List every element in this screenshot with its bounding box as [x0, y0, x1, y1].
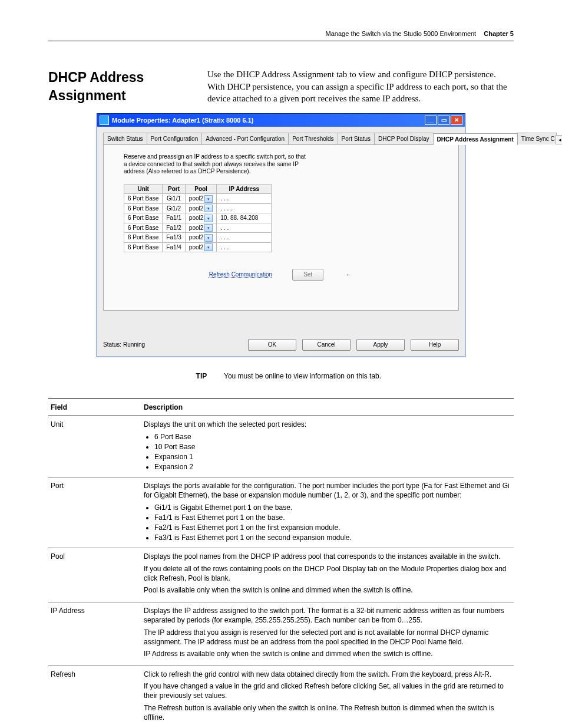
tab-adv-port-configuration[interactable]: Advanced - Port Configuration — [201, 133, 289, 145]
table-row: 6 Port BaseFa1/1pool2▾10. 88. 84.208 — [124, 213, 272, 223]
desc-p: Click to refresh the grid control with n… — [144, 670, 511, 679]
cell-desc: Displays the ports available for the con… — [141, 477, 514, 548]
breadcrumb: Manage the Switch via the Studio 5000 En… — [326, 30, 477, 37]
refresh-communication-link[interactable]: Refresh Communication — [209, 271, 272, 279]
cell-port: Fa1/1 — [163, 213, 186, 223]
pool-value: pool2 — [189, 205, 203, 213]
cell-pool[interactable]: pool2▾ — [185, 194, 216, 204]
cell-unit: 6 Port Base — [124, 223, 163, 233]
list-item: Gi1/1 is Gigabit Ethernet port 1 on the … — [154, 503, 511, 512]
chevron-down-icon[interactable]: ▾ — [204, 224, 213, 232]
table-row: Refresh Click to refresh the grid contro… — [48, 666, 514, 728]
chevron-down-icon[interactable]: ▾ — [204, 205, 213, 212]
list-item: 6 Port Base — [154, 432, 511, 442]
cell-field: Port — [48, 477, 141, 548]
cell-unit: 6 Port Base — [124, 203, 163, 213]
tab-port-thresholds[interactable]: Port Thresholds — [288, 133, 338, 145]
cell-ip[interactable]: . . . — [217, 223, 272, 233]
col-pool: Pool — [185, 184, 216, 194]
cell-port: Gi1/1 — [163, 194, 186, 204]
list-item: 10 Port Base — [154, 442, 511, 452]
cell-unit: 6 Port Base — [124, 213, 163, 223]
th-field: Field — [48, 399, 141, 416]
tab-port-configuration[interactable]: Port Configuration — [147, 133, 203, 145]
desc-p: The IP address that you assign is reserv… — [144, 628, 511, 647]
tip-label: TIP — [181, 371, 222, 381]
desc-p: Pool is available only when the switch i… — [144, 585, 511, 595]
cell-pool[interactable]: pool2▾ — [185, 242, 216, 252]
cell-pool[interactable]: pool2▾ — [185, 223, 216, 233]
cell-desc: Displays the pool names from the DHCP IP… — [141, 548, 514, 602]
cell-field: Unit — [48, 416, 141, 477]
tab-time-sync[interactable]: Time Sync C — [517, 133, 557, 145]
cell-desc: Displays the IP address assigned to the … — [141, 602, 514, 666]
table-row: Port Displays the ports available for th… — [48, 477, 514, 548]
tip-line: TIP You must be online to view informati… — [48, 371, 514, 381]
pool-value: pool2 — [189, 224, 203, 232]
tip-text: You must be online to view information o… — [224, 372, 381, 380]
cell-ip[interactable]: . . . — [217, 194, 272, 204]
desc-p: Displays the IP address assigned to the … — [144, 606, 511, 625]
table-row: 6 Port BaseGi1/1pool2▾. . . — [124, 194, 272, 204]
tab-port-status[interactable]: Port Status — [338, 133, 375, 145]
desc-p: IP Address is available only when the sw… — [144, 649, 511, 658]
table-row: 6 Port BaseFa1/4pool2▾. . . — [124, 242, 272, 252]
desc-p: If you delete all of the rows containing… — [144, 564, 511, 583]
back-arrow-icon[interactable]: ← — [343, 271, 353, 279]
cell-desc: Displays the unit on which the selected … — [141, 416, 514, 477]
table-row: 6 Port BaseFa1/2pool2▾. . . — [124, 223, 272, 233]
minimize-button[interactable]: __ — [425, 116, 437, 125]
set-button[interactable]: Set — [292, 269, 323, 281]
chevron-down-icon[interactable]: ▾ — [204, 243, 213, 251]
col-unit: Unit — [124, 184, 163, 194]
dialog-title: Module Properties: Adapter1 (Stratix 800… — [112, 116, 253, 125]
field-description-table: Field Description Unit Displays the unit… — [48, 398, 514, 728]
maximize-button[interactable]: ▭ — [438, 116, 449, 125]
pool-value: pool2 — [189, 195, 203, 203]
cell-ip[interactable]: . . . . — [217, 203, 272, 213]
list-item: Fa1/1 is Fast Ethernet port 1 on the bas… — [154, 513, 511, 522]
list-item: Fa2/1 is Fast Ethernet port 1 on the fir… — [154, 523, 511, 532]
help-button[interactable]: Help — [411, 339, 459, 351]
close-button[interactable]: ✕ — [451, 116, 462, 125]
tab-dhcp-pool-display[interactable]: DHCP Pool Display — [374, 133, 434, 145]
pool-value: pool2 — [189, 233, 203, 242]
chapter-label: Chapter 5 — [484, 30, 514, 37]
pool-value: pool2 — [189, 214, 203, 222]
cell-port: Gi1/2 — [163, 203, 186, 213]
tab-panel: Reserve and preassign an IP address to a… — [103, 145, 459, 311]
col-port: Port — [163, 184, 186, 194]
tab-dhcp-address-assignment[interactable]: DHCP Address Assignment — [433, 133, 518, 146]
status-text: Status: Running — [103, 341, 145, 349]
chevron-down-icon[interactable]: ▾ — [204, 234, 213, 242]
desc-p: The Refresh button is available only whe… — [144, 703, 511, 722]
cell-pool[interactable]: pool2▾ — [185, 233, 216, 243]
chevron-down-icon[interactable]: ▾ — [204, 215, 213, 222]
dhcp-grid[interactable]: Unit Port Pool IP Address 6 Port BaseGi1… — [124, 184, 272, 253]
tabs-scroll-left-icon[interactable]: ◂ — [556, 135, 562, 144]
cell-ip[interactable]: . . . — [217, 242, 272, 252]
tab-switch-status[interactable]: Switch Status — [103, 133, 147, 145]
list-item: Expansion 1 — [154, 452, 511, 462]
cancel-button[interactable]: Cancel — [302, 339, 351, 351]
cell-pool[interactable]: pool2▾ — [185, 203, 216, 213]
desc-p: Displays the pool names from the DHCP IP… — [144, 552, 511, 561]
table-row: 6 Port BaseFa1/3pool2▾. . . — [124, 233, 272, 243]
cell-unit: 6 Port Base — [124, 233, 163, 243]
cell-field: IP Address — [48, 602, 141, 666]
desc-lead: Displays the unit on which the selected … — [144, 420, 511, 429]
table-row: IP Address Displays the IP address assig… — [48, 602, 514, 666]
section-title: DHCP Address Assignment — [48, 68, 198, 105]
cell-pool[interactable]: pool2▾ — [185, 213, 216, 223]
app-icon — [100, 116, 109, 125]
chevron-down-icon[interactable]: ▾ — [204, 195, 213, 203]
desc-p: If you have changed a value in the grid … — [144, 681, 511, 700]
tab-strip: Switch Status Port Configuration Advance… — [103, 133, 459, 146]
cell-ip[interactable]: . . . — [217, 233, 272, 243]
cell-desc: Click to refresh the grid control with n… — [141, 666, 514, 728]
cell-ip[interactable]: 10. 88. 84.208 — [217, 213, 272, 223]
ok-button[interactable]: OK — [248, 339, 296, 351]
section-body: Use the DHCP Address Assignment tab to v… — [207, 68, 514, 105]
apply-button[interactable]: Apply — [356, 339, 405, 351]
list-item: Fa3/1 is Fast Ethernet port 1 on the sec… — [154, 533, 511, 542]
